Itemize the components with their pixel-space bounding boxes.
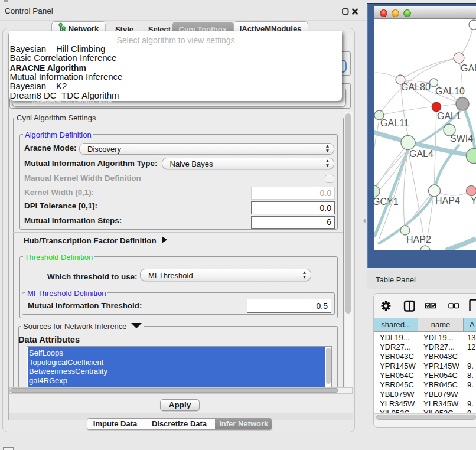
svg-text:YM: YM	[471, 195, 476, 206]
svg-text:GAL1: GAL1	[437, 111, 461, 121]
svg-text:HAP2: HAP2	[406, 234, 431, 244]
svg-text:HAP4: HAP4	[435, 195, 460, 206]
svg-text:GAL11: GAL11	[380, 118, 409, 128]
svg-text:SWI4: SWI4	[450, 133, 473, 144]
svg-text:GAL10: GAL10	[435, 86, 465, 96]
svg-text:GAL4: GAL4	[409, 149, 433, 159]
svg-text:GCY1: GCY1	[374, 197, 399, 207]
svg-text:GAL7: GAL7	[461, 63, 476, 73]
svg-text:GAL80: GAL80	[401, 82, 431, 92]
